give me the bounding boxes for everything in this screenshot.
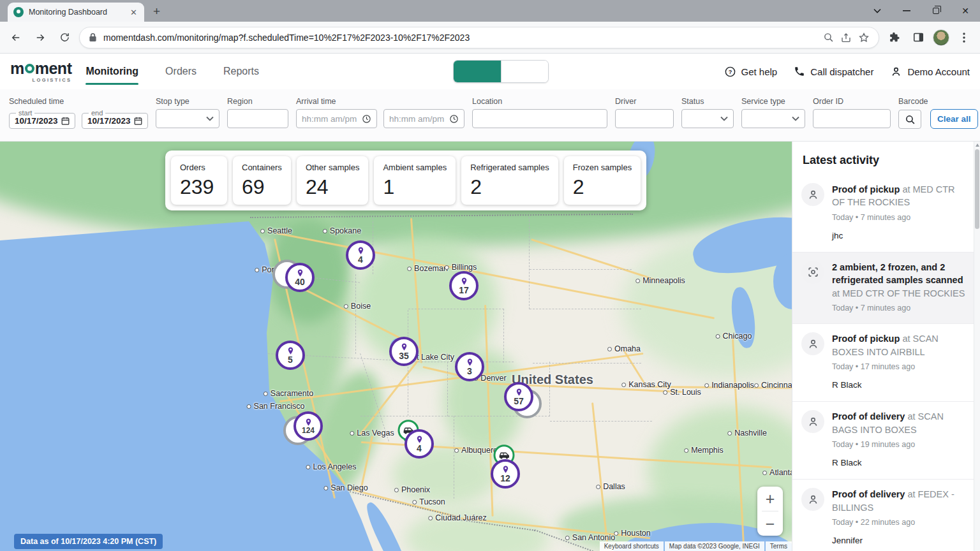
cluster-count: 57 [514, 397, 524, 406]
nav-item[interactable]: Orders [165, 54, 197, 89]
stat-label: Containers [242, 163, 282, 172]
map-pin-icon [461, 277, 468, 285]
calendar-icon[interactable] [133, 116, 143, 126]
attribution-text[interactable]: Terms [766, 541, 792, 551]
new-tab-button[interactable]: + [153, 4, 160, 18]
person-icon [807, 416, 819, 428]
scrollbar-thumb[interactable] [975, 149, 979, 229]
location-input[interactable] [472, 109, 607, 128]
service-type-select[interactable] [741, 109, 805, 128]
stop-type-select[interactable] [156, 109, 219, 128]
header-action-label: Get help [741, 66, 778, 77]
map-pin-icon [401, 343, 408, 351]
order-cluster-marker[interactable]: 57 [504, 382, 533, 411]
order-cluster-marker[interactable]: 5 [276, 341, 305, 370]
logo-tagline: LOGISTICS [32, 77, 71, 83]
window-restore-button[interactable] [921, 0, 951, 22]
activity-time: Today • 17 minutes ago [832, 362, 966, 373]
browser-menu-dots-icon[interactable] [954, 28, 974, 47]
region-input[interactable] [227, 109, 288, 128]
filter-stop-type: Stop type [156, 97, 219, 128]
activity-location: MED CTR OF THE ROCKIES [842, 288, 965, 298]
forward-icon[interactable] [31, 28, 50, 47]
order-cluster-marker[interactable]: 35 [389, 337, 419, 366]
activity-item[interactable]: Proof of delivery at FEDEX - BILLINGS To… [792, 480, 974, 551]
chevron-down-icon [792, 116, 799, 121]
header-action[interactable]: ? Get help [724, 66, 778, 78]
city-label: Los Angeles [306, 462, 356, 471]
activity-item[interactable]: Proof of pickup at SCAN BOXES INTO AIRBI… [792, 324, 974, 402]
order-cluster-marker[interactable]: 12 [491, 459, 520, 489]
arrival-start-time-input[interactable]: hh:mm am/pm [296, 109, 377, 128]
tab-favicon-icon [13, 7, 24, 17]
stat-value: 239 [180, 177, 218, 197]
activity-action: Proof of delivery [832, 489, 905, 499]
clear-all-button[interactable]: Clear all [930, 109, 978, 129]
view-toggle-button[interactable] [454, 61, 501, 82]
page: Monitoring Dashboard ✕ + ✕ momentdash [0, 0, 980, 551]
scheduled-end-date-input[interactable]: end 10/17/2023 [82, 109, 148, 129]
header-action[interactable]: Call dispatcher [794, 66, 873, 77]
map-canvas[interactable]: SeattleSpokanePortlandBozemanBillingsBoi… [0, 142, 792, 551]
order-cluster-marker[interactable]: 4 [346, 240, 375, 270]
header-action[interactable]: Demo Account [890, 66, 970, 78]
city-label: Seattle [260, 226, 292, 235]
status-select[interactable] [681, 109, 734, 128]
activity-item[interactable]: 2 ambient, 2 frozen, and 2 refrigerated … [792, 253, 974, 324]
scrollbar-up-arrow[interactable] [976, 143, 979, 147]
help-icon: ? [724, 66, 736, 78]
browser-tab[interactable]: Monitoring Dashboard ✕ [8, 3, 144, 22]
attribution-text[interactable]: Keyboard shortcuts [600, 541, 664, 551]
order-cluster-marker[interactable]: 124 [293, 411, 323, 441]
activity-item[interactable]: Proof of delivery at SCAN BAGS INTO BOXE… [792, 402, 974, 480]
arrival-end-time-input[interactable]: hh:mm am/pm [383, 109, 464, 128]
driver-input[interactable] [615, 109, 674, 128]
zoom-out-button[interactable]: − [757, 511, 783, 536]
view-toggle-button[interactable] [501, 61, 548, 82]
zoom-in-button[interactable]: + [757, 487, 783, 511]
window-minimize-button[interactable] [892, 0, 921, 22]
clock-icon[interactable] [362, 114, 371, 124]
city-label: Phoenix [394, 485, 430, 494]
stat-label: Orders [180, 163, 218, 172]
tab-close-icon[interactable]: ✕ [129, 8, 138, 17]
tab-search-chevron-icon[interactable] [863, 0, 892, 22]
lock-icon [89, 33, 97, 42]
activity-time: Today • 7 minutes ago [832, 303, 966, 314]
page-zoom-icon[interactable] [823, 32, 834, 43]
bookmark-star-icon[interactable] [858, 32, 870, 43]
back-icon[interactable] [6, 28, 26, 47]
order-id-input[interactable] [813, 109, 891, 128]
city-label: Dallas [596, 482, 625, 491]
scrollbar[interactable] [974, 142, 980, 551]
share-icon[interactable] [840, 32, 852, 43]
stat-label: Frozen samples [573, 163, 632, 172]
city-label: Houston [614, 529, 651, 538]
side-panel-icon[interactable] [909, 28, 928, 47]
calendar-icon[interactable] [61, 116, 70, 126]
map-pin-icon [466, 358, 473, 366]
address-bar[interactable]: momentdash.com/monitoring/map?f.schedule… [79, 27, 879, 48]
profile-avatar[interactable] [933, 29, 949, 46]
barcode-scan-icon [807, 266, 819, 278]
scheduled-start-date-input[interactable]: start 10/17/2023 [9, 109, 75, 129]
order-cluster-marker[interactable]: 4 [405, 429, 434, 459]
attribution-text[interactable]: Map data ©2023 Google, INEGI [665, 541, 764, 551]
nav-item[interactable]: Reports [223, 54, 259, 89]
reload-icon[interactable] [55, 28, 74, 47]
moment-logo[interactable]: mment LOGISTICS [10, 61, 71, 83]
activity-item[interactable]: Proof of pickup at MED CTR OF THE ROCKIE… [792, 175, 974, 253]
filter-location: Location [472, 97, 607, 128]
order-cluster-marker[interactable]: 40 [285, 263, 315, 292]
nav-item[interactable]: Monitoring [85, 54, 138, 89]
cluster-count: 124 [302, 427, 315, 434]
window-close-button[interactable]: ✕ [951, 0, 980, 22]
order-cluster-marker[interactable]: 3 [455, 352, 484, 381]
url-text: momentdash.com/monitoring/map?f.schedule… [103, 33, 817, 43]
barcode-search-button[interactable] [898, 110, 921, 129]
map-pin-icon [297, 269, 304, 277]
extensions-puzzle-icon[interactable] [884, 28, 903, 47]
cluster-count: 17 [459, 286, 469, 295]
clock-icon[interactable] [449, 114, 459, 124]
order-cluster-marker[interactable]: 17 [449, 271, 479, 300]
